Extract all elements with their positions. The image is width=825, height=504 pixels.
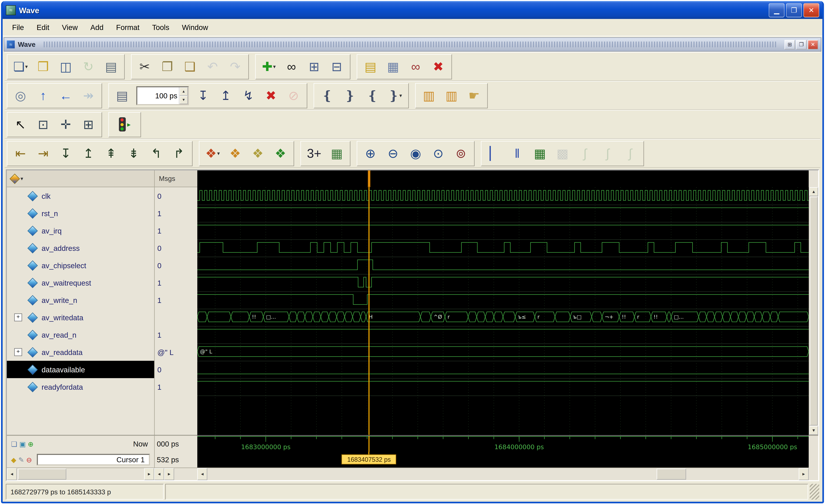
signal-row-readyfordata[interactable]: readyfordata	[7, 378, 154, 396]
signal-row-av_irq[interactable]: av_irq	[7, 222, 154, 239]
print-button[interactable]: ▤	[100, 56, 122, 78]
run-all-button[interactable]: ↯	[237, 84, 259, 106]
msgs-scroll-track[interactable]	[174, 468, 197, 480]
resize-grip[interactable]	[810, 484, 819, 500]
next-rising-edge-button[interactable]: ⇟	[123, 142, 145, 164]
redo-button[interactable]: ↷	[224, 56, 246, 78]
cursor-time-badge[interactable]: 1683407532 ps	[342, 454, 396, 465]
canvas-scroll-left-button[interactable]: ◄	[197, 468, 207, 480]
signal-row-clk[interactable]: clk	[7, 187, 154, 204]
delete-cursor-button[interactable]: ❖	[224, 142, 246, 164]
save-button[interactable]: ◫	[55, 56, 77, 78]
names-scroll-right-button[interactable]: ►	[144, 468, 154, 480]
pane-restore-button[interactable]: ❐	[796, 40, 807, 49]
new-file-button[interactable]: ❏▾	[9, 56, 31, 78]
run-length-input[interactable]: ▲▼	[136, 86, 189, 105]
first-edge-button[interactable]: ↰	[145, 142, 167, 164]
menu-edit[interactable]: Edit	[30, 21, 56, 34]
names-scroll-track[interactable]	[17, 468, 144, 480]
expand-time-button[interactable]: 3+	[303, 142, 325, 164]
combine-signals-button[interactable]: ▦	[326, 142, 348, 164]
expand-icon[interactable]: +	[14, 348, 22, 356]
step-out-button[interactable]: ❴	[362, 84, 384, 106]
signal-toolbox-button[interactable]: ▾	[11, 175, 23, 182]
stepwise-display-button[interactable]: ∫	[597, 142, 619, 164]
cursor-name-field[interactable]: Cursor 1	[36, 454, 150, 466]
show-region-button[interactable]: ▩	[551, 142, 574, 164]
menu-format[interactable]: Format	[110, 21, 146, 34]
maximize-button[interactable]: ❐	[786, 3, 802, 17]
zoom-mode-button[interactable]: ⊡	[32, 113, 54, 136]
edit-mode-button[interactable]: ⊞	[77, 113, 99, 136]
next-cursor-button[interactable]: ❖	[270, 142, 292, 164]
msgs-hscrollbar[interactable]: ◄ ►	[154, 468, 197, 480]
environment-up-button[interactable]: ↑	[32, 84, 54, 106]
add-cursor-button[interactable]: ❖▾	[202, 142, 224, 164]
pane-close-button[interactable]: ✕	[808, 40, 818, 49]
stop-button[interactable]: ⊘	[283, 84, 305, 106]
timeline-cursor-track[interactable]: 1683407532 ps	[197, 452, 809, 468]
menu-file[interactable]: File	[6, 21, 30, 34]
vertical-scroll-thumb[interactable]	[810, 197, 818, 425]
menu-view[interactable]: View	[56, 21, 84, 34]
zoom-out-button[interactable]: ⊖	[382, 142, 404, 164]
signal-row-av_chipselect[interactable]: av_chipselect	[7, 257, 154, 274]
names-hscrollbar[interactable]: ◄ ►	[7, 468, 154, 480]
pan-mode-button[interactable]: ✛	[55, 113, 77, 136]
forward-button[interactable]: ↠	[77, 84, 99, 106]
signal-row-dataavailable[interactable]: dataavailable	[7, 361, 154, 378]
sampled-display-button[interactable]: ∫	[619, 142, 642, 164]
prev-transition-button[interactable]: ⇤	[9, 142, 31, 164]
performance-button[interactable]: ▥	[440, 84, 462, 106]
canvas-scroll-thumb[interactable]	[657, 469, 686, 480]
lock-icon[interactable]: ◆	[11, 456, 16, 463]
signal-row-av_writedata[interactable]: +av_writedata	[7, 309, 154, 326]
zoom-in-button[interactable]: ⊕	[359, 142, 381, 164]
lock-cursor-button[interactable]: ❖	[247, 142, 269, 164]
step-current-button[interactable]: ❵▾	[384, 84, 406, 106]
run-button[interactable]: ↧	[192, 84, 214, 106]
signal-row-av_waitrequest[interactable]: av_waitrequest	[7, 274, 154, 291]
pane-title-bar[interactable]: ≈ Wave ⊞❐✕	[4, 37, 821, 52]
restart-button[interactable]: ◎	[9, 84, 31, 106]
expand-channels-button[interactable]: ▤	[359, 56, 381, 78]
cursor-handle[interactable]	[368, 170, 371, 187]
wave-canvas[interactable]: !!□...H^Ørъ≤rъ□¬+!!r!!□...@" L	[197, 187, 809, 435]
find-options-button[interactable]: ⊟	[326, 56, 348, 78]
show-grid-button[interactable]: ▦	[529, 142, 551, 164]
continue-run-button[interactable]: ↥	[215, 84, 237, 106]
profile-button[interactable]: ▥	[418, 84, 440, 106]
menu-add[interactable]: Add	[84, 21, 110, 34]
expand-icon[interactable]: +	[14, 314, 22, 321]
add-circle-icon[interactable]: ⊕	[28, 440, 34, 447]
delete-wave-button[interactable]: ✖	[427, 56, 449, 78]
show-interval-bars-button[interactable]: ‖	[506, 142, 528, 164]
zoom-cursor-button[interactable]: ⊙	[427, 142, 449, 164]
step-over-button[interactable]: ❵	[339, 84, 361, 106]
names-scroll-thumb[interactable]	[18, 469, 66, 480]
run-length-doc-button[interactable]: ▤	[111, 84, 133, 106]
next-transition-button[interactable]: ⇥	[32, 142, 54, 164]
canvas-header[interactable]	[197, 170, 809, 187]
zoom-range-button[interactable]: ⊚	[450, 142, 472, 164]
spin-down-button[interactable]: ▼	[179, 95, 188, 104]
canvas-hscrollbar[interactable]: ◄ ►	[197, 468, 809, 480]
find-button[interactable]: ∞	[281, 56, 303, 78]
canvas-scroll-track[interactable]	[207, 468, 799, 480]
interpolated-display-button[interactable]: ∫	[574, 142, 596, 164]
copy-button[interactable]: ❐	[156, 56, 178, 78]
canvas-scroll-right-button[interactable]: ►	[799, 468, 809, 480]
break-button[interactable]: ✖	[260, 84, 282, 106]
refresh-button[interactable]: ↻	[77, 56, 99, 78]
paste-button[interactable]: ❑	[179, 56, 201, 78]
title-bar[interactable]: ≈ Wave ▁❐✕	[3, 1, 822, 19]
remove-circle-icon[interactable]: ⊖	[26, 456, 32, 463]
signal-row-rst_n[interactable]: rst_n	[7, 204, 154, 222]
find-in-wave-button[interactable]: ∞	[404, 56, 427, 78]
signal-row-av_write_n[interactable]: av_write_n	[7, 291, 154, 309]
msgs-scroll-left-button[interactable]: ◄	[154, 468, 164, 480]
prev-rising-edge-button[interactable]: ⇞	[100, 142, 122, 164]
msgs-scroll-right-button[interactable]: ►	[164, 468, 174, 480]
add-selected-button[interactable]: ✚▾	[258, 56, 280, 78]
cut-button[interactable]: ✂	[134, 56, 156, 78]
